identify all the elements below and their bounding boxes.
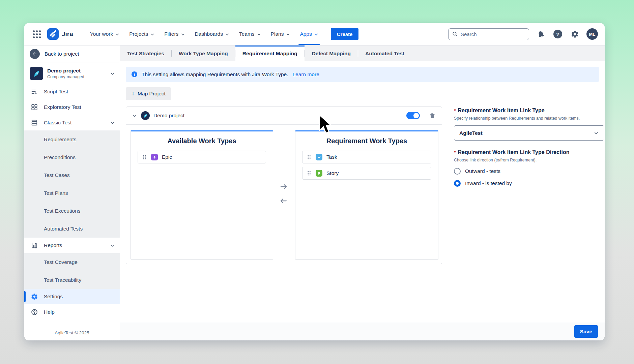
reports-chart-icon: [30, 242, 38, 249]
requirement-work-types-panel: Requirement Work Types Task: [295, 130, 438, 260]
project-rocket-icon: [30, 67, 43, 80]
save-button[interactable]: Save: [574, 325, 598, 338]
task-icon: [316, 154, 322, 160]
app-switcher-icon[interactable]: [31, 28, 42, 40]
sidebar-item-classic-test[interactable]: Classic Test: [24, 115, 120, 130]
sidebar-item-reports[interactable]: Reports: [24, 238, 120, 253]
transfer-arrows: [277, 183, 290, 205]
project-mapping-card: Demo project Available Work Types: [126, 107, 442, 264]
panel-title: Available Work Types: [131, 137, 273, 145]
chevron-down-icon: [150, 32, 155, 37]
jira-logo-icon: [47, 28, 59, 40]
back-arrow-icon: [30, 49, 40, 59]
sidebar-item-test-plans[interactable]: Test Plans: [24, 184, 120, 202]
chevron-down-icon: [286, 32, 290, 37]
radio-button-selected[interactable]: [454, 180, 461, 187]
nav-item-filters[interactable]: Filters: [160, 23, 190, 45]
help-icon[interactable]: ?: [553, 29, 563, 39]
main-area: Test Strategies Work Type Mapping Requir…: [120, 46, 605, 340]
direction-settings: * Requirement Work Item Link Type Direct…: [454, 149, 604, 187]
navbar-right: ? ML: [448, 28, 598, 40]
tab-test-strategies[interactable]: Test Strategies: [120, 46, 171, 61]
nav-item-apps[interactable]: Apps: [295, 23, 323, 45]
info-banner: i This setting allows mapping Requiremen…: [126, 67, 599, 82]
tab-automated-test[interactable]: Automated Test: [358, 46, 411, 61]
project-mapping-toggle[interactable]: [406, 112, 420, 119]
help-question-icon: [30, 308, 38, 316]
chevron-down-icon: [180, 32, 185, 37]
mapped-project-row: Demo project: [126, 107, 442, 125]
classic-test-subgroup: Requirements Preconditions Test Cases Te…: [24, 130, 120, 238]
map-project-button[interactable]: + Map Project: [126, 87, 171, 100]
sidebar-item-automated-tests[interactable]: Automated Tests: [24, 220, 120, 238]
sidebar-item-exploratory-test[interactable]: Exploratory Test: [24, 99, 120, 115]
tab-content: i This setting allows mapping Requiremen…: [120, 61, 605, 322]
nav-item-plans[interactable]: Plans: [266, 23, 295, 45]
app-window: Jira Your work Projects Filters Dashboar…: [24, 23, 605, 340]
chevron-down-icon: [594, 130, 599, 136]
work-type-item-story[interactable]: Story: [302, 167, 431, 180]
link-type-value: AgileTest: [459, 130, 483, 136]
chevron-down-icon: [257, 32, 261, 37]
chevron-down-icon: [110, 71, 115, 76]
info-icon: i: [132, 71, 137, 77]
footer-bar: Save: [120, 322, 605, 340]
nav-item-dashboards[interactable]: Dashboards: [190, 23, 234, 45]
script-test-icon: [30, 88, 38, 95]
jira-logo[interactable]: Jira: [47, 28, 73, 40]
drag-handle-icon[interactable]: [142, 154, 147, 160]
sidebar-item-test-traceability[interactable]: Test Traceability: [24, 271, 120, 289]
nav-item-your-work[interactable]: Your work: [85, 23, 124, 45]
move-left-arrow-icon[interactable]: [280, 197, 288, 205]
sidebar-item-help[interactable]: Help: [24, 304, 120, 320]
work-type-item-epic[interactable]: Epic: [138, 151, 266, 163]
project-selector[interactable]: Demo project Company-managed: [24, 62, 120, 84]
sidebar-footer-copyright: AgileTest © 2025: [24, 330, 120, 340]
sidebar-item-test-executions[interactable]: Test Executions: [24, 202, 120, 220]
tab-defect-mapping[interactable]: Defect Mapping: [305, 46, 358, 61]
collapse-chevron-icon[interactable]: [132, 113, 137, 118]
chevron-down-icon: [314, 32, 319, 37]
classic-test-icon: [30, 119, 38, 126]
sidebar-item-script-test[interactable]: Script Test: [24, 84, 120, 99]
available-work-types-panel: Available Work Types Epic: [131, 130, 273, 260]
direction-helper: Choose link direction (to/from Requireme…: [454, 158, 604, 162]
radio-button[interactable]: [454, 168, 461, 175]
create-button[interactable]: Create: [331, 28, 359, 40]
nav-item-teams[interactable]: Teams: [234, 23, 266, 45]
search-input[interactable]: [461, 31, 518, 37]
required-asterisk: *: [454, 108, 456, 113]
radio-inward-is-tested-by[interactable]: Inward - is tested by: [454, 180, 604, 187]
work-type-item-task[interactable]: Task: [302, 151, 431, 163]
back-label: Back to project: [45, 51, 79, 57]
chevron-down-icon: [225, 32, 230, 37]
learn-more-link[interactable]: Learn more: [292, 71, 319, 78]
grid-dots-icon: [33, 30, 41, 38]
user-avatar[interactable]: ML: [586, 28, 598, 40]
exploratory-test-icon: [30, 103, 38, 111]
drag-handle-icon[interactable]: [307, 154, 312, 160]
sidebar-item-settings[interactable]: Settings: [24, 289, 120, 304]
global-search[interactable]: [448, 28, 529, 40]
tab-requirement-mapping[interactable]: Requirement Mapping: [235, 46, 305, 61]
back-to-project[interactable]: Back to project: [24, 46, 120, 62]
project-name: Demo project: [47, 68, 84, 74]
link-type-select[interactable]: AgileTest: [454, 125, 604, 141]
sidebar-item-test-coverage[interactable]: Test Coverage: [24, 253, 120, 271]
tab-work-type-mapping[interactable]: Work Type Mapping: [172, 46, 235, 61]
jira-logo-text: Jira: [62, 30, 73, 38]
notifications-bell-icon[interactable]: [536, 29, 546, 39]
sidebar-item-preconditions[interactable]: Preconditions: [24, 148, 120, 166]
sidebar-item-test-cases[interactable]: Test Cases: [24, 166, 120, 184]
tab-bar: Test Strategies Work Type Mapping Requir…: [120, 46, 605, 61]
radio-outward-tests[interactable]: Outward - tests: [454, 168, 604, 175]
drag-handle-icon[interactable]: [307, 170, 312, 176]
plus-icon: +: [131, 91, 135, 97]
primary-nav: Your work Projects Filters Dashboards Te…: [85, 23, 323, 45]
nav-item-projects[interactable]: Projects: [124, 23, 160, 45]
sidebar-item-requirements[interactable]: Requirements: [24, 130, 120, 148]
move-right-arrow-icon[interactable]: [280, 183, 288, 191]
settings-gear-icon[interactable]: [570, 29, 580, 39]
panel-title: Requirement Work Types: [295, 137, 438, 145]
delete-mapping-trash-icon[interactable]: [429, 112, 436, 119]
